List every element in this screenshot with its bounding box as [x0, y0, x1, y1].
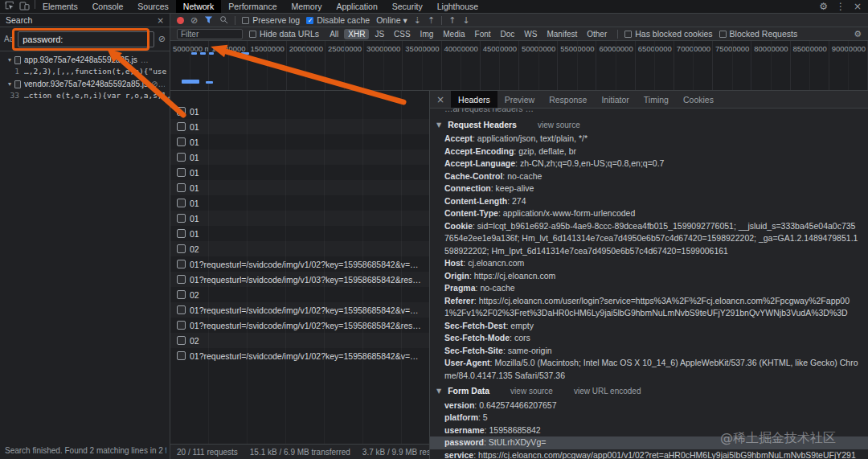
request-header-row: Referer: https://cj.eloancn.com/user/log…: [430, 295, 868, 320]
devtools-panel-tab[interactable]: Network: [176, 0, 222, 13]
network-request-row[interactable]: 02: [170, 287, 429, 302]
match-case-toggle[interactable]: Aa: [4, 35, 14, 43]
request-header-row: Sec-Fetch-Site: same-origin: [430, 345, 868, 358]
details-tab[interactable]: Initiator: [594, 91, 636, 108]
network-request-row[interactable]: 01?requesturl=/svidcode/img/v1/03?key=15…: [170, 272, 429, 287]
disable-cache-option[interactable]: Disable cache: [306, 15, 370, 25]
network-request-row[interactable]: 01: [170, 165, 429, 180]
network-request-row[interactable]: 02: [170, 241, 429, 256]
hide-data-urls-option[interactable]: Hide data URLs: [249, 29, 319, 39]
network-request-row[interactable]: 01: [170, 150, 429, 165]
devtools-panel-tab[interactable]: Sources: [130, 0, 176, 13]
request-type-icon: [177, 290, 186, 299]
inspect-element-icon[interactable]: [5, 1, 14, 12]
preserve-log-option[interactable]: Preserve log: [242, 15, 300, 25]
search-panel-title: Search: [6, 15, 32, 25]
network-request-row[interactable]: 02: [170, 333, 429, 348]
request-type-icon: [177, 351, 186, 360]
export-har-icon[interactable]: ⇡: [428, 16, 435, 25]
network-request-row[interactable]: 01?requesturl=/svidcode/img/v1/02?key=15…: [170, 348, 429, 363]
resource-type-filter[interactable]: Media: [439, 29, 469, 39]
network-request-row[interactable]: 01?requesturl=/svidcode/img/v1/02?key=15…: [170, 318, 429, 333]
hide-data-urls-checkbox[interactable]: [249, 31, 256, 38]
resource-type-filter[interactable]: Font: [471, 29, 495, 39]
file-icon: [14, 80, 21, 88]
network-request-row[interactable]: 01?requesturl=/svidcode/img/v1/02?key=15…: [170, 302, 429, 318]
view-source-link[interactable]: view source: [510, 385, 553, 398]
devtools-panel-tab[interactable]: Security: [385, 0, 430, 13]
resource-type-filter[interactable]: Other: [583, 29, 611, 39]
resource-type-filter[interactable]: JS: [371, 29, 388, 39]
search-input[interactable]: [18, 31, 154, 47]
close-devtools-icon[interactable]: ×: [854, 1, 862, 12]
disable-cache-checkbox[interactable]: [306, 17, 313, 24]
scroll-down-icon[interactable]: ↓: [462, 16, 469, 25]
scroll-up-icon[interactable]: ↑: [448, 16, 456, 25]
clear-search-icon[interactable]: ⊘: [158, 34, 166, 44]
preserve-log-checkbox[interactable]: [242, 17, 249, 24]
request-header-row: Connection: keep-alive: [430, 182, 868, 195]
kebab-menu-icon[interactable]: ⋮: [836, 1, 845, 12]
close-search-panel-icon[interactable]: ×: [157, 15, 164, 25]
clear-network-log-icon[interactable]: ⊘: [190, 16, 198, 25]
device-toolbar-icon[interactable]: [19, 2, 30, 12]
details-tab[interactable]: Cookies: [676, 91, 721, 108]
request-type-icon: [177, 260, 186, 268]
filter-toggle-icon[interactable]: [204, 15, 213, 26]
close-details-icon[interactable]: ×: [430, 91, 451, 108]
filter-input[interactable]: [177, 29, 243, 39]
devtools-panel-tab[interactable]: Lighthouse: [430, 0, 485, 13]
devtools-panel-tab[interactable]: Console: [85, 0, 131, 13]
network-request-row[interactable]: 01: [170, 211, 429, 226]
network-request-row[interactable]: 01: [170, 119, 429, 134]
search-network-icon[interactable]: [219, 15, 228, 26]
has-blocked-cookies-checkbox[interactable]: [624, 31, 632, 38]
search-result-line-row[interactable]: 33 …ction e(t,e,n,i){var r,o,a,s,l,u,c,h…: [0, 90, 170, 102]
network-request-row[interactable]: 01?requesturl=/svidcode/img/v1/02?key=15…: [170, 256, 429, 272]
resource-type-filter[interactable]: All: [326, 29, 342, 39]
timeline-cell: 65000000 ms: [636, 41, 674, 90]
devtools-panel-tab[interactable]: Elements: [35, 0, 85, 13]
search-result-file-row[interactable]: ▾ app.93e75a7e4248a5592a85.js …: [0, 54, 170, 66]
network-request-row[interactable]: 01: [170, 134, 429, 150]
section-collapse-icon[interactable]: ▼: [436, 119, 441, 132]
request-header-row: Pragma: no-cache: [430, 282, 868, 295]
blocked-requests-option[interactable]: Blocked Requests: [719, 29, 798, 39]
settings-gear-icon[interactable]: ⚙: [819, 1, 828, 12]
resource-type-filter[interactable]: Img: [416, 29, 438, 39]
search-result-line-row[interactable]: 1 …,2,3),[,,,function(t,e,a){"use strict…: [0, 66, 170, 78]
details-tab[interactable]: Preview: [497, 91, 542, 108]
network-settings-gear-icon[interactable]: ⚙: [854, 29, 862, 39]
devtools-panel-tab[interactable]: Application: [329, 0, 384, 13]
timeline-cell: 80000000 ms: [751, 41, 790, 90]
blocked-requests-checkbox[interactable]: [719, 31, 727, 38]
network-request-row[interactable]: 01: [170, 180, 429, 195]
details-tab[interactable]: Headers: [451, 91, 497, 108]
request-headers-section-header[interactable]: ▼ Request Headers view source: [430, 116, 868, 133]
throttling-select[interactable]: Online ▾: [376, 15, 407, 25]
network-overview-timeline[interactable]: 5000000 ms10000000 ms15000000 ms20000000…: [170, 41, 868, 91]
section-collapse-icon[interactable]: ▼: [436, 385, 441, 398]
network-request-row[interactable]: 01: [170, 195, 429, 211]
view-url-encoded-link[interactable]: view URL encoded: [574, 385, 641, 398]
devtools-panel-tab[interactable]: Performance: [221, 0, 284, 13]
record-network-log-button[interactable]: [177, 17, 184, 24]
resource-type-filter[interactable]: Doc: [497, 29, 519, 39]
details-tab[interactable]: Response: [542, 91, 594, 108]
details-tab[interactable]: Timing: [637, 91, 676, 108]
resource-type-filters: AllXHRJSCSSImgMediaFontDocWSManifestOthe…: [326, 29, 611, 39]
network-request-row[interactable]: 01: [170, 104, 429, 119]
resource-type-filter[interactable]: WS: [520, 29, 541, 39]
timeline-cell: 20000000 ms: [287, 41, 326, 90]
has-blocked-cookies-option[interactable]: Has blocked cookies: [624, 29, 712, 39]
resource-type-filter[interactable]: CSS: [390, 29, 415, 39]
view-source-link[interactable]: view source: [538, 119, 580, 132]
network-request-row[interactable]: 01: [170, 226, 429, 241]
import-har-icon[interactable]: ⇣: [414, 16, 421, 25]
resource-type-filter[interactable]: XHR: [344, 29, 369, 39]
search-result-file-row[interactable]: ▾ vendor.93e75a7e4248a5592a85.js ⊘ …: [0, 78, 170, 90]
resource-type-filter[interactable]: Manifest: [542, 29, 581, 39]
form-data-row: username: 15958685842: [430, 424, 868, 437]
form-data-section-header[interactable]: ▼ Form Data view source view URL encoded: [430, 382, 868, 400]
devtools-panel-tab[interactable]: Memory: [284, 0, 329, 13]
